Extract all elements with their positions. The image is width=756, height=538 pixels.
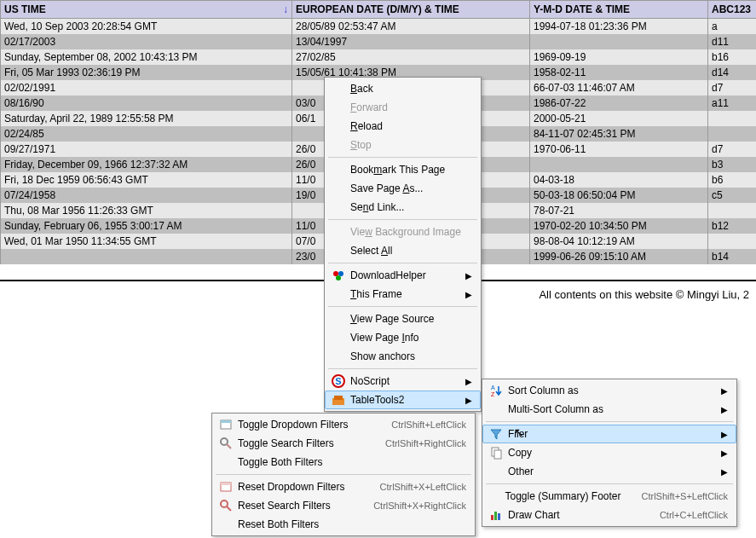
reset-search-icon [217, 499, 234, 512]
ctx-reset-search-filters[interactable]: Reset Search FiltersCtrlShift+X+RightCli… [212, 496, 475, 515]
ctx-reset-dropdown-filters[interactable]: Reset Dropdown FiltersCtrlShift+X+LeftCl… [212, 477, 475, 496]
ctx-drawchart[interactable]: Draw ChartCtrl+C+LeftClick [482, 506, 736, 524]
send-icon [330, 200, 347, 214]
table-cell: Fri, 05 Mar 1993 02:36:19 PM [1, 65, 292, 80]
both-filter-icon [217, 455, 234, 469]
col-ymd-date[interactable]: Y-M-D DATE & TIME [530, 1, 708, 19]
ctx-reset-both-filters[interactable]: Reset Both Filters [212, 515, 475, 534]
ctx-noscript[interactable]: S NoScript▶ [325, 372, 481, 390]
table-row[interactable]: 02/17/200313/04/1997d11 [1, 34, 757, 49]
ctx-viewbg: View Background Image [325, 223, 481, 241]
table-cell: 1958-02-11 [530, 65, 708, 80]
separator [328, 263, 477, 263]
svg-text:S: S [335, 376, 341, 386]
ctx-selectall[interactable]: Select All [325, 241, 481, 260]
table-cell: b6 [708, 172, 757, 188]
table-cell [708, 111, 757, 126]
svg-rect-11 [491, 515, 493, 520]
ctx-togglefooter[interactable]: Toggle (Summary) FooterCtrlShift+S+LeftC… [482, 487, 736, 506]
table-cell [530, 157, 708, 172]
table-cell: 13/04/1997 [292, 34, 530, 49]
svg-point-16 [221, 438, 228, 445]
table-cell: 02/17/2003 [1, 34, 292, 49]
table-cell: 07/24/1958 [1, 188, 292, 203]
save-icon [330, 182, 347, 195]
submenu-arrow-icon: ▶ [465, 377, 472, 386]
sort-down-icon: ↓ [283, 3, 288, 15]
ctx-other[interactable]: Other▶ [482, 462, 736, 481]
table-cell: 66-07-03 11:46:07 AM [530, 80, 708, 95]
separator [328, 368, 477, 369]
submenu-arrow-icon: ▶ [721, 448, 728, 458]
col-abc123[interactable]: ABC123 [708, 1, 757, 19]
ctx-filter[interactable]: Fil↖er▶ [482, 425, 736, 443]
ctx-bookmark[interactable]: Bookmark This Page [325, 160, 481, 179]
table-cell: Saturday, April 22, 1989 12:55:58 PM [1, 111, 292, 126]
ctx-toggle-both-filters[interactable]: Toggle Both Filters [212, 453, 475, 471]
ctx-viewinfo[interactable]: View Page Info [325, 328, 481, 347]
table-cell: 2000-05-21 [530, 111, 708, 126]
svg-point-1 [338, 271, 343, 276]
table-cell: Sunday, February 06, 1955 3:00:17 AM [1, 218, 292, 234]
ctx-thisframe[interactable]: This Frame▶ [325, 285, 481, 304]
image-icon [330, 225, 347, 239]
ctx-forward: Forward [325, 98, 481, 117]
ctx-copy[interactable]: Copy▶ [482, 443, 736, 462]
reload-icon [330, 119, 347, 133]
table-cell: b14 [708, 249, 757, 264]
table-cell [708, 234, 757, 249]
table-cell: 27/02/85 [292, 49, 530, 65]
header-label: EUROPEAN DATE (D/M/Y) & TIME [296, 3, 459, 15]
table-cell: Wed, 01 Mar 1950 11:34:55 GMT [1, 234, 292, 249]
ctx-sortcol[interactable]: AZ Sort Column as▶ [482, 381, 736, 400]
separator [216, 474, 471, 475]
ctx-viewsrc[interactable]: View Page Source [325, 309, 481, 328]
forward-icon [330, 101, 347, 114]
ctx-tabletools[interactable]: TableTools2▶ [325, 390, 481, 409]
ctx-toggle-dropdown-filters[interactable]: Toggle Dropdown FiltersCtrlShift+LeftCli… [212, 415, 475, 434]
selectall-icon [330, 244, 347, 257]
submenu-arrow-icon: ▶ [465, 290, 472, 299]
ctx-reload[interactable]: Reload [325, 117, 481, 136]
multisort-icon [488, 402, 505, 416]
ctx-toggle-search-filters[interactable]: Toggle Search FiltersCtrlShift+RightClic… [212, 434, 475, 453]
ctx-sendlink[interactable]: Send Link... [325, 198, 481, 217]
table-cell: 84-11-07 02:45:31 PM [530, 126, 708, 142]
separator [328, 306, 477, 307]
table-cell: 1970-06-11 [530, 142, 708, 157]
table-cell: 09/27/1971 [1, 142, 292, 157]
anchor-icon [330, 350, 347, 363]
col-euro-date[interactable]: EUROPEAN DATE (D/M/Y) & TIME [292, 1, 530, 19]
table-cell: 08/16/90 [1, 95, 292, 111]
table-cell: 1969-09-19 [530, 49, 708, 65]
frame-icon [330, 287, 347, 301]
ctx-stop: Stop [325, 136, 481, 154]
dlhelper-icon [330, 269, 347, 282]
col-us-time[interactable]: US TIME↓ [1, 1, 292, 19]
table-row[interactable]: Sunday, September 08, 2002 10:43:13 PM27… [1, 49, 757, 65]
sort-az-icon: AZ [488, 384, 505, 397]
chart-icon [488, 508, 505, 522]
other-icon [488, 465, 505, 478]
table-row[interactable]: Wed, 10 Sep 2003 20:28:54 GMT28/05/89 02… [1, 19, 757, 35]
ctx-savepageas[interactable]: Save Page As... [325, 179, 481, 198]
ctx-multisort[interactable]: Multi-Sort Column as▶ [482, 400, 736, 419]
header-label: US TIME [4, 3, 46, 15]
ctx-anchors[interactable]: Show anchors [325, 347, 481, 366]
table-cell [708, 126, 757, 142]
table-cell: b12 [708, 218, 757, 234]
bookmark-icon [330, 163, 347, 176]
ctx-dlhelper[interactable]: DownloadHelper▶ [325, 266, 481, 285]
table-cell [708, 203, 757, 218]
table-cell: 1999-06-26 09:15:10 AM [530, 249, 708, 264]
submenu-arrow-icon: ▶ [721, 386, 728, 396]
table-cell: Friday, December 09, 1966 12:37:32 AM [1, 157, 292, 172]
reset-both-icon [217, 518, 234, 531]
table-cell: 50-03-18 06:50:04 PM [530, 188, 708, 203]
table-cell: Sunday, September 08, 2002 10:43:13 PM [1, 49, 292, 65]
noscript-icon: S [330, 374, 347, 388]
svg-rect-12 [494, 512, 497, 520]
filter-submenu: Toggle Dropdown FiltersCtrlShift+LeftCli… [211, 413, 476, 536]
svg-text:A: A [491, 385, 495, 390]
ctx-back[interactable]: Back [325, 79, 481, 98]
